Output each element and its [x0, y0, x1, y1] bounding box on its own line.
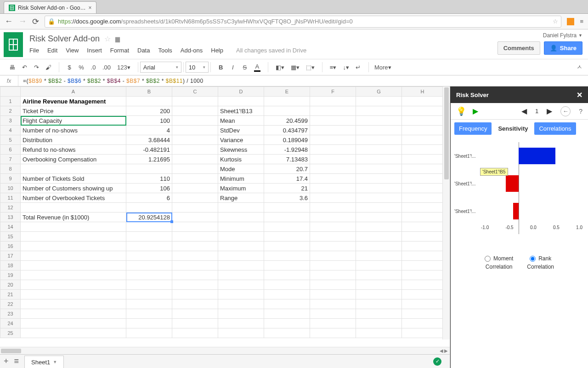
- prev-result-icon[interactable]: ◀: [521, 107, 527, 115]
- cell-D22[interactable]: [218, 299, 264, 309]
- font-size-select[interactable]: 10▾: [186, 62, 209, 73]
- cell-G15[interactable]: [356, 232, 402, 242]
- cell-G24[interactable]: [356, 319, 402, 328]
- cell-A6[interactable]: Refund to no-shows: [21, 145, 126, 155]
- cell-B1[interactable]: [126, 97, 172, 106]
- cell-C2[interactable]: [172, 106, 218, 116]
- all-sheets-button[interactable]: ≡: [14, 356, 19, 366]
- cell-F3[interactable]: [310, 116, 356, 126]
- cell-F7[interactable]: [310, 155, 356, 164]
- cell-A3[interactable]: Flight Capacity: [21, 116, 126, 126]
- cell-G13[interactable]: [356, 213, 402, 222]
- chrome-menu-icon[interactable]: ≡: [580, 18, 583, 25]
- cell-G20[interactable]: [356, 280, 402, 290]
- cell-D13[interactable]: [218, 213, 264, 222]
- cell-E18[interactable]: [264, 261, 310, 270]
- cell-A2[interactable]: Ticket Price: [21, 106, 126, 116]
- fill-color-icon[interactable]: ◧▾: [274, 62, 286, 73]
- spreadsheet-grid[interactable]: ABCDEFGH1Airline Revenue Management2Tick…: [0, 86, 450, 347]
- cell-D15[interactable]: [218, 232, 264, 242]
- cell-G18[interactable]: [356, 261, 402, 270]
- cell-E24[interactable]: [264, 319, 310, 328]
- cell-G5[interactable]: [356, 135, 402, 145]
- cell-H18[interactable]: [402, 261, 443, 270]
- sheet-tab[interactable]: Sheet1▼: [24, 356, 64, 368]
- cell-H11[interactable]: [402, 193, 443, 203]
- play-icon[interactable]: ▶: [473, 107, 478, 115]
- cell-H10[interactable]: [402, 184, 443, 193]
- cell-A18[interactable]: [21, 261, 126, 270]
- cell-B13[interactable]: 20.9254128: [126, 213, 172, 222]
- cell-D24[interactable]: [218, 319, 264, 328]
- cell-E2[interactable]: [264, 106, 310, 116]
- cell-F20[interactable]: [310, 280, 356, 290]
- cell-C10[interactable]: [172, 184, 218, 193]
- menu-format[interactable]: Format: [110, 47, 129, 54]
- cell-H4[interactable]: [402, 126, 443, 135]
- collapse-toolbar-icon[interactable]: ㅅ: [575, 62, 584, 73]
- cell-A1[interactable]: Airline Revenue Management: [21, 97, 126, 106]
- cell-H24[interactable]: [402, 319, 443, 328]
- cell-B4[interactable]: 4: [126, 126, 172, 135]
- cell-C16[interactable]: [172, 242, 218, 251]
- cell-D16[interactable]: [218, 242, 264, 251]
- more-button[interactable]: More ▾: [371, 62, 395, 73]
- cell-D12[interactable]: [218, 203, 264, 213]
- cell-D7[interactable]: Kurtosis: [218, 155, 264, 164]
- tab-sensitivity[interactable]: Sensitivity: [493, 122, 532, 135]
- strike-icon[interactable]: S: [240, 62, 249, 73]
- cell-A14[interactable]: [21, 222, 126, 232]
- cell-G22[interactable]: [356, 299, 402, 309]
- cell-H19[interactable]: [402, 270, 443, 280]
- cell-D18[interactable]: [218, 261, 264, 270]
- cell-D21[interactable]: [218, 290, 264, 299]
- cell-G14[interactable]: [356, 222, 402, 232]
- cell-C17[interactable]: [172, 251, 218, 261]
- dec-increase-icon[interactable]: .00: [101, 62, 113, 73]
- cell-B9[interactable]: 110: [126, 174, 172, 184]
- cell-G17[interactable]: [356, 251, 402, 261]
- cell-A22[interactable]: [21, 299, 126, 309]
- cell-C20[interactable]: [172, 280, 218, 290]
- cell-B19[interactable]: [126, 270, 172, 280]
- tab-correlations[interactable]: Correlations: [534, 122, 576, 135]
- print-icon[interactable]: 🖶: [7, 62, 17, 73]
- cell-D2[interactable]: Sheet1'!B13: [218, 106, 264, 116]
- cell-H17[interactable]: [402, 251, 443, 261]
- cell-A25[interactable]: [21, 328, 126, 338]
- back-icon[interactable]: ←: [560, 106, 571, 116]
- cell-F14[interactable]: [310, 222, 356, 232]
- cell-A12[interactable]: [21, 203, 126, 213]
- tab-frequency[interactable]: Frequency: [454, 122, 492, 135]
- cell-G2[interactable]: [356, 106, 402, 116]
- menu-edit[interactable]: Edit: [47, 47, 57, 54]
- cell-E14[interactable]: [264, 222, 310, 232]
- menu-file[interactable]: File: [29, 47, 39, 54]
- cell-D10[interactable]: Maximum: [218, 184, 264, 193]
- dec-decrease-icon[interactable]: .0: [89, 62, 98, 73]
- cell-F25[interactable]: [310, 328, 356, 338]
- cell-C9[interactable]: [172, 174, 218, 184]
- cell-E16[interactable]: [264, 242, 310, 251]
- vertical-scrollbar[interactable]: [442, 86, 450, 339]
- cell-A7[interactable]: Overbooking Compensation: [21, 155, 126, 164]
- cell-C14[interactable]: [172, 222, 218, 232]
- cell-A23[interactable]: [21, 309, 126, 319]
- formula-bar[interactable]: fx =($B$9 * $B$2 - $B$6 * $B$2 * $B$4 - …: [0, 75, 588, 86]
- cell-D25[interactable]: [218, 328, 264, 338]
- cell-F13[interactable]: [310, 213, 356, 222]
- cell-B14[interactable]: [126, 222, 172, 232]
- cell-E25[interactable]: [264, 328, 310, 338]
- cell-H20[interactable]: [402, 280, 443, 290]
- cell-D17[interactable]: [218, 251, 264, 261]
- cell-F6[interactable]: [310, 145, 356, 155]
- cell-A8[interactable]: [21, 164, 126, 174]
- cell-D5[interactable]: Variance: [218, 135, 264, 145]
- cell-G8[interactable]: [356, 164, 402, 174]
- borders-icon[interactable]: ▦▾: [289, 62, 301, 73]
- cell-C13[interactable]: [172, 213, 218, 222]
- cell-H7[interactable]: [402, 155, 443, 164]
- cell-E9[interactable]: 17.4: [264, 174, 310, 184]
- doc-title[interactable]: Risk Solver Add-on: [29, 34, 100, 44]
- cell-E4[interactable]: 0.434797: [264, 126, 310, 135]
